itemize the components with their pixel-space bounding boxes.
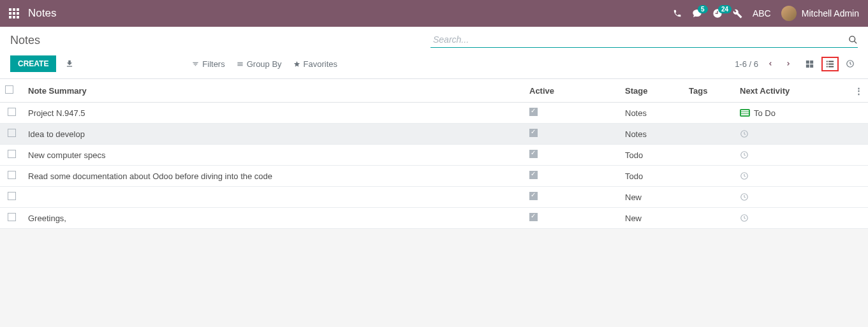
clock-icon (740, 150, 844, 159)
cell-summary: Idea to develop (23, 124, 524, 145)
svg-line-1 (854, 41, 857, 43)
svg-rect-9 (828, 63, 834, 64)
table-row[interactable]: New (0, 187, 868, 208)
cell-tags (684, 124, 735, 145)
col-header-summary[interactable]: Note Summary (23, 79, 524, 103)
avatar (781, 6, 797, 21)
phone-icon[interactable] (673, 9, 682, 18)
pager-next[interactable] (783, 59, 794, 69)
table-row[interactable]: New computer specsTodo (0, 145, 868, 166)
row-checkbox[interactable] (8, 171, 16, 179)
pager-text: 1-6 / 6 (735, 59, 758, 69)
activity-view-button[interactable] (842, 57, 858, 70)
cell-summary (23, 187, 524, 208)
cell-tags (684, 208, 735, 229)
svg-rect-10 (827, 66, 828, 67)
app-name[interactable]: Notes (28, 7, 56, 20)
table-row[interactable]: Greetings,New (0, 208, 868, 229)
import-button[interactable] (63, 57, 77, 71)
cell-tags (684, 145, 735, 166)
user-name: Mitchell Admin (802, 8, 859, 18)
table-row[interactable]: Read some documentation about Odoo befor… (0, 166, 868, 187)
activities-icon[interactable]: 24 (712, 8, 723, 18)
search-icon[interactable] (848, 35, 858, 45)
kanban-view-button[interactable] (802, 57, 818, 71)
pager: 1-6 / 6 (735, 59, 794, 69)
row-checkbox[interactable] (8, 192, 16, 200)
filters-button[interactable]: Filters (192, 59, 224, 69)
svg-rect-7 (828, 61, 834, 62)
list-view-button[interactable] (821, 57, 839, 71)
svg-rect-2 (806, 60, 809, 63)
cell-stage: Todo (620, 166, 684, 187)
table-row[interactable]: Project N.947.5NotesTo Do (0, 103, 868, 124)
svg-rect-3 (810, 60, 813, 63)
active-checkbox[interactable] (529, 129, 538, 137)
tools-icon[interactable] (733, 9, 742, 18)
cell-next-activity[interactable] (735, 145, 850, 166)
col-header-tags[interactable]: Tags (684, 79, 735, 103)
notes-table: Note Summary Active Stage Tags Next Acti… (0, 79, 868, 229)
select-all-checkbox[interactable] (5, 85, 13, 94)
activities-badge: 24 (718, 5, 732, 13)
cell-stage: Todo (620, 145, 684, 166)
column-options-button[interactable]: ⋮ (855, 86, 863, 96)
svg-rect-6 (827, 61, 828, 62)
col-header-next[interactable]: Next Activity (735, 79, 850, 103)
user-menu[interactable]: Mitchell Admin (781, 6, 859, 21)
svg-rect-11 (828, 66, 834, 67)
filters-label: Filters (202, 59, 224, 69)
page-title: Notes (10, 34, 40, 47)
cell-summary: New computer specs (23, 145, 524, 166)
cell-next-activity[interactable] (735, 187, 850, 208)
create-button[interactable]: CREATE (10, 55, 56, 72)
table-row[interactable]: Idea to developNotes (0, 124, 868, 145)
todo-icon (740, 109, 750, 117)
active-checkbox[interactable] (529, 108, 538, 116)
groupby-button[interactable]: Group By (237, 59, 282, 69)
clock-icon (740, 129, 844, 138)
row-checkbox[interactable] (8, 108, 16, 116)
cell-next-activity[interactable] (735, 124, 850, 145)
notes-table-wrap: Note Summary Active Stage Tags Next Acti… (0, 79, 868, 229)
col-header-active[interactable]: Active (524, 79, 620, 103)
svg-rect-5 (810, 64, 813, 68)
company-selector[interactable]: ABC (753, 8, 771, 18)
cell-stage: New (620, 208, 684, 229)
col-header-stage[interactable]: Stage (620, 79, 684, 103)
apps-menu-icon[interactable] (9, 8, 19, 18)
clock-icon (740, 171, 844, 180)
search-wrap (430, 33, 858, 48)
cell-next-activity[interactable] (735, 166, 850, 187)
cell-stage: Notes (620, 124, 684, 145)
cell-summary: Read some documentation about Odoo befor… (23, 166, 524, 187)
cell-stage: New (620, 187, 684, 208)
cell-next-activity[interactable] (735, 208, 850, 229)
search-input[interactable] (430, 33, 848, 46)
cell-tags (684, 166, 735, 187)
active-checkbox[interactable] (529, 150, 538, 158)
favorites-button[interactable]: Favorites (293, 59, 337, 69)
cell-tags (684, 187, 735, 208)
clock-icon (740, 214, 844, 222)
active-checkbox[interactable] (529, 192, 538, 200)
cell-summary: Greetings, (23, 208, 524, 229)
row-checkbox[interactable] (8, 150, 16, 158)
messages-icon[interactable]: 5 (692, 8, 702, 18)
cell-next-activity[interactable]: To Do (735, 103, 850, 124)
svg-point-0 (850, 36, 855, 41)
cell-tags (684, 103, 735, 124)
messages-badge: 5 (698, 5, 708, 13)
groupby-label: Group By (247, 59, 282, 69)
active-checkbox[interactable] (529, 171, 538, 179)
favorites-label: Favorites (304, 59, 337, 69)
cell-summary: Project N.947.5 (23, 103, 524, 124)
pager-prev[interactable] (765, 59, 776, 69)
activity-label: To Do (754, 108, 776, 118)
svg-rect-8 (827, 63, 828, 64)
active-checkbox[interactable] (529, 213, 538, 221)
row-checkbox[interactable] (8, 213, 16, 221)
svg-rect-4 (806, 64, 809, 68)
cell-stage: Notes (620, 103, 684, 124)
row-checkbox[interactable] (8, 129, 16, 137)
